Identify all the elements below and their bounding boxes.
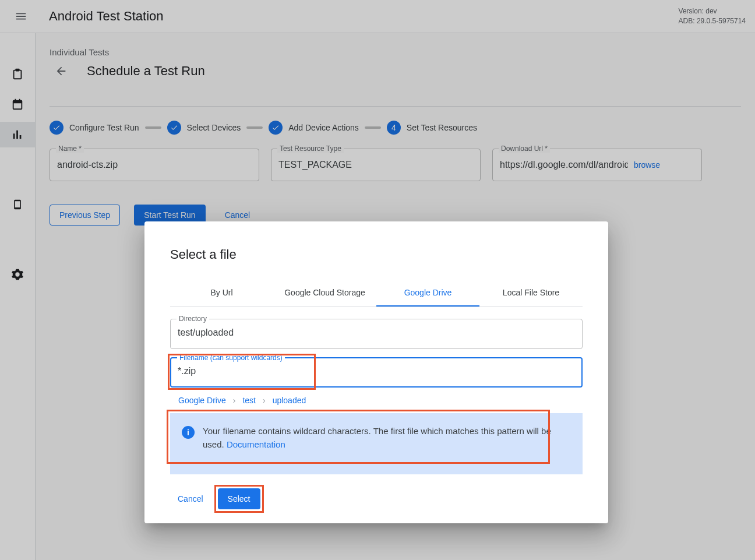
dialog-tabs: By Url Google Cloud Storage Google Drive…	[170, 280, 583, 307]
tab-local[interactable]: Local File Store	[479, 280, 583, 307]
wildcard-info-banner: i Your filename contains wildcard charac…	[170, 413, 583, 474]
filename-field[interactable]: Filename (can support wildcards)	[170, 357, 583, 388]
info-icon: i	[182, 426, 195, 439]
documentation-link[interactable]: Documentation	[227, 439, 285, 449]
chevron-right-icon: ›	[263, 396, 266, 405]
bc-uploaded[interactable]: uploaded	[273, 396, 306, 405]
tab-gcs[interactable]: Google Cloud Storage	[273, 280, 376, 307]
tab-drive[interactable]: Google Drive	[376, 280, 479, 307]
dialog-actions: Cancel Select	[170, 488, 583, 509]
directory-field[interactable]: Directory	[170, 319, 583, 349]
filename-label: Filename (can support wildcards)	[177, 354, 285, 362]
dialog-select-button[interactable]: Select	[218, 488, 260, 509]
dialog-cancel-button[interactable]: Cancel	[170, 488, 211, 509]
bc-test[interactable]: test	[242, 396, 256, 405]
bc-root[interactable]: Google Drive	[178, 396, 226, 405]
info-text-wrap: Your filename contains wildcard characte…	[203, 425, 571, 451]
path-breadcrumb: Google Drive › test › uploaded	[178, 396, 583, 405]
chevron-right-icon: ›	[233, 396, 236, 405]
dialog-title: Select a file	[170, 247, 583, 262]
directory-input[interactable]	[178, 327, 575, 338]
tab-by-url[interactable]: By Url	[170, 280, 273, 307]
filename-input[interactable]	[178, 366, 575, 376]
directory-label: Directory	[177, 315, 209, 323]
select-file-dialog: Select a file By Url Google Cloud Storag…	[144, 221, 608, 523]
